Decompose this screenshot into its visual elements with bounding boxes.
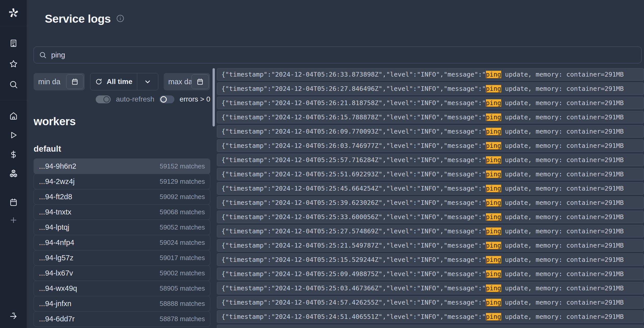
time-range-split-button: All time bbox=[90, 73, 158, 90]
log-line[interactable]: {"timestamp":"2024-12-04T05:25:39.623026… bbox=[217, 196, 644, 209]
log-timestamp: 2024-12-04T05:25:33.600056Z bbox=[275, 213, 379, 221]
log-line[interactable]: {"timestamp":"2024-12-04T05:26:33.873898… bbox=[217, 68, 644, 81]
worker-match-count: 59092 matches bbox=[160, 193, 205, 201]
worker-row[interactable]: ...94-wx49q 58905 matches bbox=[34, 281, 210, 296]
log-line-text: {"timestamp":"2024-12-04T05:26:09.770093… bbox=[221, 128, 624, 135]
log-timestamp: 2024-12-04T05:24:51.406551Z bbox=[275, 313, 379, 320]
search-match-highlight: ping bbox=[486, 99, 501, 107]
search-match-highlight: ping bbox=[486, 227, 501, 235]
home-icon[interactable] bbox=[9, 111, 18, 121]
refresh-icon bbox=[95, 78, 103, 85]
max-date-calendar-button[interactable] bbox=[191, 74, 209, 89]
sidebar-nav-top bbox=[0, 26, 27, 100]
log-timestamp: 2024-12-04T05:25:39.623026Z bbox=[275, 199, 379, 206]
errors-toggle[interactable] bbox=[159, 95, 174, 103]
log-search-bar[interactable]: ping bbox=[34, 47, 641, 63]
plus-icon[interactable] bbox=[9, 215, 18, 225]
log-line-text: {"timestamp":"2024-12-04T05:25:51.692293… bbox=[221, 170, 624, 178]
search-match-highlight: ping bbox=[486, 113, 501, 121]
info-icon[interactable] bbox=[116, 15, 124, 23]
log-line-text: {"timestamp":"2024-12-04T05:26:15.788878… bbox=[221, 113, 624, 121]
log-timestamp: 2024-12-04T05:24:57.426255Z bbox=[275, 299, 379, 306]
min-date-calendar-button[interactable] bbox=[66, 74, 83, 89]
log-timestamp: 2024-12-04T05:25:27.574869Z bbox=[275, 227, 379, 235]
min-date-input[interactable]: min da bbox=[34, 73, 85, 90]
worker-row[interactable]: ...94-tnxtx 59068 matches bbox=[34, 204, 210, 220]
log-timestamp: 2024-12-04T05:25:51.692293Z bbox=[275, 170, 379, 178]
log-line[interactable]: {"timestamp":"2024-12-04T05:24:51.406551… bbox=[217, 310, 644, 323]
search-match-highlight: ping bbox=[486, 199, 501, 206]
log-timestamp: 2024-12-04T05:25:45.664254Z bbox=[275, 185, 379, 192]
log-scrollbar-thumb[interactable] bbox=[213, 68, 215, 126]
date-filter-row: min da All time bbox=[34, 73, 210, 90]
log-line[interactable]: {"timestamp":"2024-12-04T05:25:33.600056… bbox=[217, 211, 644, 223]
search-match-highlight: ping bbox=[486, 185, 501, 192]
main-area: Service logs ping min da bbox=[27, 0, 644, 328]
search-match-highlight: ping bbox=[486, 128, 501, 135]
max-date-input[interactable]: max da bbox=[164, 73, 210, 90]
log-line[interactable]: {"timestamp":"2024-12-04T05:26:09.770093… bbox=[217, 125, 644, 138]
worker-row[interactable]: ...94-lg57z 59017 matches bbox=[34, 250, 210, 266]
log-line[interactable]: {"timestamp":"2024-12-04T05:26:03.746977… bbox=[217, 139, 644, 152]
log-line[interactable]: {"timestamp":"2024-12-04T05:26:15.788878… bbox=[217, 111, 644, 123]
search-match-highlight: ping bbox=[486, 71, 501, 78]
search-match-highlight: ping bbox=[486, 299, 501, 306]
worker-row[interactable]: ...94-9h6n2 59152 matches bbox=[34, 159, 210, 174]
log-line[interactable]: {"timestamp":"2024-12-04T05:26:21.818758… bbox=[217, 97, 644, 109]
log-timestamp: 2024-12-04T05:25:09.498875Z bbox=[275, 270, 379, 278]
building-icon[interactable] bbox=[9, 38, 18, 48]
log-line[interactable]: {"timestamp":"2024-12-04T05:25:15.529244… bbox=[217, 253, 644, 266]
worker-row[interactable]: ...94-lx67v 59002 matches bbox=[34, 265, 210, 281]
search-match-highlight: ping bbox=[486, 85, 501, 92]
log-line[interactable]: {"timestamp":"2024-12-04T05:25:45.664254… bbox=[217, 182, 644, 195]
sidebar bbox=[0, 0, 27, 328]
star-icon[interactable] bbox=[9, 59, 18, 69]
search-input[interactable]: ping bbox=[51, 51, 65, 59]
log-line[interactable]: {"timestamp":"2024-12-04T05:26:27.846496… bbox=[217, 82, 644, 95]
expand-arrow-icon[interactable] bbox=[9, 311, 18, 321]
worker-match-count: 58878 matches bbox=[160, 315, 205, 323]
log-panel: {"timestamp":"2024-12-04T05:26:33.873898… bbox=[213, 68, 644, 328]
log-timestamp: 2024-12-04T05:25:03.467366Z bbox=[275, 284, 379, 292]
worker-match-count: 59152 matches bbox=[160, 162, 205, 170]
log-line[interactable]: {"timestamp":"2024-12-04T05:25:09.498875… bbox=[217, 268, 644, 280]
worker-row[interactable]: ...94-4nfp4 59024 matches bbox=[34, 235, 210, 250]
app-logo[interactable] bbox=[0, 0, 27, 26]
search-icon[interactable] bbox=[9, 80, 18, 89]
worker-row[interactable]: ...94-lptqj 59052 matches bbox=[34, 220, 210, 235]
worker-group-heading: default bbox=[34, 144, 210, 154]
worker-match-count: 59024 matches bbox=[160, 239, 205, 247]
windmill-logo-icon bbox=[8, 7, 19, 19]
filters-and-workers-column: min da All time bbox=[34, 73, 210, 328]
worker-row[interactable]: ...94-ft2d8 59092 matches bbox=[34, 189, 210, 205]
sidebar-bottom bbox=[9, 311, 18, 328]
time-range-dropdown-button[interactable] bbox=[137, 73, 158, 90]
page-header: Service logs bbox=[45, 12, 124, 25]
log-line[interactable]: {"timestamp":"2024-12-04T05:25:21.549787… bbox=[217, 239, 644, 252]
chevron-down-icon bbox=[144, 78, 151, 85]
worker-match-count: 58888 matches bbox=[160, 300, 205, 308]
cubes-icon[interactable] bbox=[9, 169, 18, 179]
log-line-text: {"timestamp":"2024-12-04T05:24:51.406551… bbox=[221, 313, 624, 320]
dollar-icon[interactable] bbox=[9, 150, 18, 159]
worker-name: ...94-jnfxn bbox=[39, 300, 71, 308]
log-line[interactable]: {"timestamp":"2024-12-04T05:25:27.574869… bbox=[217, 225, 644, 237]
search-match-highlight: ping bbox=[486, 170, 501, 178]
worker-row[interactable]: ...94-jnfxn 58888 matches bbox=[34, 296, 210, 311]
worker-row[interactable]: ...94-6dd7r 58878 matches bbox=[34, 311, 210, 327]
play-icon[interactable] bbox=[9, 130, 18, 140]
log-line[interactable]: {"timestamp":"2024-12-04T05:24:57.426255… bbox=[217, 296, 644, 309]
toggle-row: auto-refresh errors > 0 bbox=[34, 94, 210, 104]
time-range-button[interactable]: All time bbox=[90, 73, 137, 90]
log-line[interactable]: {"timestamp":"2024-12-04T05:25:03.467366… bbox=[217, 282, 644, 294]
search-match-highlight: ping bbox=[486, 213, 501, 221]
log-line[interactable]: {"timestamp":"2024-12-04T05:25:57.716284… bbox=[217, 154, 644, 166]
log-line[interactable]: {"timestamp":"2024-12-04T05:25:51.692293… bbox=[217, 168, 644, 180]
worker-row[interactable]: ...94-2wz4j 59129 matches bbox=[34, 174, 210, 189]
calendar-icon[interactable] bbox=[9, 197, 18, 207]
search-match-highlight: ping bbox=[486, 313, 501, 320]
log-timestamp: 2024-12-04T05:26:09.770093Z bbox=[275, 128, 379, 135]
search-match-highlight: ping bbox=[486, 242, 501, 249]
log-timestamp: 2024-12-04T05:26:27.846496Z bbox=[275, 85, 379, 92]
auto-refresh-toggle[interactable] bbox=[96, 95, 111, 103]
